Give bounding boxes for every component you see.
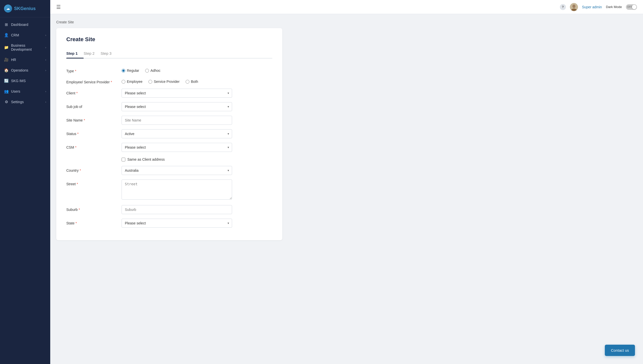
client-label: Client * (66, 89, 122, 95)
state-row: State * Please select (66, 219, 272, 228)
suburb-row: Suburb * (66, 205, 272, 214)
chevron-right-icon: › (45, 69, 46, 72)
street-row: Street * (66, 179, 272, 201)
sidebar-item-crm[interactable]: 👤 CRM › (0, 30, 50, 40)
users-icon: 👥 (4, 89, 9, 94)
content-area: Create Site Create Site Step 1 Step 2 St… (50, 14, 643, 364)
contact-us-button[interactable]: Contact us (605, 345, 635, 356)
status-label: Status * (66, 129, 122, 136)
sub-job-row: Sub job of Please select (66, 102, 272, 111)
dashboard-icon: ⊞ (4, 22, 9, 27)
chevron-right-icon: › (45, 90, 46, 93)
sidebar-item-label: Business Development (11, 43, 45, 51)
same-as-client-row: Same as Client address (66, 156, 272, 161)
service-provider-radio[interactable] (148, 80, 152, 84)
sidebar-item-dashboard[interactable]: ⊞ Dashboard (0, 19, 50, 30)
type-adhoc-radio[interactable] (145, 69, 149, 73)
status-select[interactable]: Active Inactive (122, 129, 232, 138)
sidebar-item-label: Operations (11, 68, 28, 72)
skg-ims-icon: 🔄 (4, 79, 9, 83)
type-regular-option[interactable]: Regular (122, 69, 139, 73)
sidebar-item-users[interactable]: 👥 Users › (0, 86, 50, 97)
logo-icon: ☁ (4, 5, 12, 13)
client-select-wrap: Please select (122, 89, 232, 98)
type-radio-group: Regular Adhoc (122, 67, 272, 73)
form-title: Create Site (66, 36, 272, 43)
dark-mode-toggle[interactable]: OFF (626, 4, 637, 10)
avatar (570, 3, 578, 11)
country-label: Country * (66, 166, 122, 172)
sidebar-item-settings[interactable]: ⚙ Settings › (0, 97, 50, 107)
suburb-input[interactable] (122, 205, 232, 214)
sidebar-item-label: Dashboard (11, 23, 28, 27)
csm-select[interactable]: Please select (122, 143, 232, 152)
header: ☰ ? Super admin Dark Mode OFF (50, 0, 643, 14)
same-as-client-checkbox-label[interactable]: Same as Client address (122, 156, 272, 161)
type-regular-radio[interactable] (122, 69, 125, 73)
country-select[interactable]: Australia New Zealand United States (122, 166, 232, 175)
chevron-right-icon: › (45, 46, 46, 49)
both-radio[interactable] (186, 80, 189, 84)
crm-icon: 👤 (4, 33, 9, 37)
service-provider-option[interactable]: Service Provider (148, 80, 180, 84)
form-card: Create Site Step 1 Step 2 Step 3 Type * (56, 28, 282, 240)
header-right: ? Super admin Dark Mode OFF (560, 3, 637, 11)
same-as-client-control: Same as Client address (122, 156, 272, 161)
state-select[interactable]: Please select (122, 219, 232, 228)
sidebar-nav: ⊞ Dashboard 👤 CRM › 📁 Business Developme… (0, 17, 50, 364)
logo-text: SKGenius (14, 6, 36, 11)
admin-name[interactable]: Super admin (582, 5, 602, 9)
employee-provider-label: Employee/ Service Provider * (66, 78, 122, 84)
operations-icon: 🏠 (4, 68, 9, 73)
toggle-off-label: OFF (627, 6, 632, 8)
state-control: Please select (122, 219, 272, 228)
sidebar-item-label: Users (11, 89, 20, 93)
step-1-tab[interactable]: Step 1 (66, 49, 84, 58)
sidebar-item-label: SKG IMS (11, 79, 26, 83)
status-control: Active Inactive (122, 129, 272, 138)
csm-label: CSM * (66, 143, 122, 149)
client-select[interactable]: Please select (122, 89, 232, 98)
breadcrumb: Create Site (56, 20, 637, 24)
dark-mode-label: Dark Mode (606, 5, 622, 9)
csm-row: CSM * Please select (66, 143, 272, 152)
site-name-row: Site Name * (66, 116, 272, 125)
sidebar-item-hr[interactable]: 🎥 HR › (0, 54, 50, 65)
client-row: Client * Please select (66, 89, 272, 98)
employee-radio[interactable] (122, 80, 125, 84)
sidebar-logo: ☁ SKGenius (0, 0, 50, 17)
sub-job-control: Please select (122, 102, 272, 111)
country-row: Country * Australia New Zealand United S… (66, 166, 272, 175)
step-2-tab[interactable]: Step 2 (84, 49, 100, 58)
chevron-right-icon: › (45, 100, 46, 103)
site-name-control (122, 116, 272, 125)
both-option[interactable]: Both (186, 80, 198, 84)
sidebar: ☁ SKGenius ⊞ Dashboard 👤 CRM › 📁 Busines… (0, 0, 50, 364)
settings-icon: ⚙ (4, 100, 9, 104)
suburb-control (122, 205, 272, 214)
state-select-wrap: Please select (122, 219, 232, 228)
employee-option[interactable]: Employee (122, 80, 142, 84)
sidebar-item-skg-ims[interactable]: 🔄 SKG IMS (0, 76, 50, 86)
same-as-client-spacer (66, 156, 122, 159)
employee-provider-control: Employee Service Provider Both (122, 78, 272, 84)
sidebar-item-label: Settings (11, 100, 24, 104)
csm-select-wrap: Please select (122, 143, 232, 152)
sidebar-item-operations[interactable]: 🏠 Operations › (0, 65, 50, 76)
same-as-client-checkbox[interactable] (122, 158, 125, 161)
site-name-label: Site Name * (66, 116, 122, 122)
street-textarea[interactable] (122, 179, 232, 200)
sidebar-item-business-development[interactable]: 📁 Business Development › (0, 40, 50, 54)
help-icon[interactable]: ? (560, 4, 566, 10)
same-as-client-label: Same as Client address (127, 157, 165, 161)
type-label: Type * (66, 67, 122, 73)
site-name-input[interactable] (122, 116, 232, 125)
hamburger-button[interactable]: ☰ (56, 4, 61, 10)
sub-job-select[interactable]: Please select (122, 102, 232, 111)
step-3-tab[interactable]: Step 3 (100, 49, 117, 58)
type-adhoc-option[interactable]: Adhoc (145, 69, 160, 73)
client-control: Please select (122, 89, 272, 98)
hr-icon: 🎥 (4, 57, 9, 62)
status-row: Status * Active Inactive (66, 129, 272, 138)
state-label: State * (66, 219, 122, 225)
